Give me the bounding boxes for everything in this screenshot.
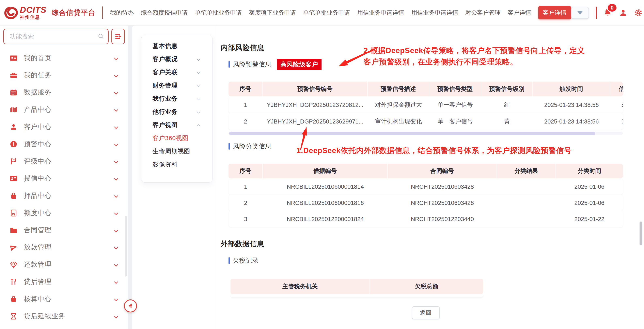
sidebar-item-limit-center[interactable]: 额度中心 [0,204,128,222]
horizontal-scrollbar-thumb[interactable] [229,132,595,135]
user-profile-button[interactable] [619,8,628,17]
sidebar-item-accounting-center[interactable]: 核算中心 [0,290,128,308]
settings-gear-button[interactable] [634,9,642,17]
tab-customer-detail-active[interactable]: 客户详情 [538,6,571,19]
empty-table-body [230,295,483,298]
sidebar-item-loan-continuation[interactable]: 贷后延续业务 [0,308,128,325]
table-row: 2 YJBHYJXH_DGP20250123629971... 审计机构出现变化… [228,113,623,130]
submenu-customer-overview[interactable]: 客户概况 [142,53,212,66]
chevron-down-icon [197,84,200,87]
section-bar [228,61,230,68]
submenu-basic-info[interactable]: 基本信息 [142,39,212,53]
sidebar-item-collateral-center[interactable]: 押品中心 [0,187,128,204]
notifications-button[interactable]: 0 [604,8,612,17]
sidebar-item-rating-center[interactable]: 评级中心 [0,153,128,170]
tab-my-todo[interactable]: 我的待办 [110,9,134,17]
folder-icon [9,226,18,234]
table-header: 序号 借据编号 合同编号 分类结果 分类时间 [228,164,623,178]
sidebar-scrollbar[interactable] [125,216,127,277]
sidebar-item-contract-mgmt[interactable]: 合同管理 [0,222,128,239]
alert-icon [9,140,18,148]
notification-count-badge: 0 [607,3,617,12]
table-header: 主管税务机关 欠税总额 [230,279,483,294]
chevron-down-icon [114,314,118,318]
calendar-icon [9,89,18,96]
chevron-down-icon [114,245,118,249]
section-bar [228,143,230,150]
chevron-down-icon [114,90,118,94]
sidebar-item-warning-center[interactable]: 预警中心 [0,135,128,153]
tab-customer-detail[interactable]: 客户详情 [508,9,531,17]
document-icon [9,209,18,217]
chevron-up-icon [197,124,200,128]
submenu-our-bank-business[interactable]: 我行业务 [142,92,212,105]
table-header: 序号 预警信号编号 预警信号描述 预警信号类型 预警信号级别 触发时间 信号状态 [228,82,623,96]
main-content: 内部风险信息 风险预警信息 高风险级客户 序号 预警信号编号 预警信号描述 预警… [217,25,644,329]
risk-warning-table: 序号 预警信号编号 预警信号描述 预警信号类型 预警信号级别 触发时间 信号状态… [228,82,623,130]
chevron-down-icon [197,97,200,100]
chevron-down-icon [114,125,118,129]
submenu-image-materials[interactable]: 影像资料 [142,158,212,171]
tax-table: 主管税务机关 欠税总额 [230,279,483,298]
risk-warning-subtitle: 风险预警信息 [233,60,272,69]
sidebar-item-customer-center[interactable]: 客户中心 [0,118,128,135]
chevron-down-icon [114,194,118,198]
submenu-lifecycle-view[interactable]: 生命周期视图 [142,145,212,158]
table-row: 1 YJBHYJXH_DGP20250123720812... 对外担保金额过大… [228,97,623,113]
tab-single-batch-2[interactable]: 单笔单批业务申请 [303,9,350,17]
risk-class-subtitle: 风险分类信息 [233,142,272,151]
table-row: 2 NRCBILL2025010600001816 NRCHT202501060… [228,195,623,211]
sidebar-item-my-tasks[interactable]: 我的任务 [0,67,128,84]
chevron-down-icon [114,108,118,112]
sidebar-item-repayment-mgmt[interactable]: 还款管理 [0,256,128,273]
sidebar-item-disbursement-mgmt[interactable]: 放款管理 [0,239,128,256]
tab-credit-apply[interactable]: 综合额度授信申请 [141,9,188,17]
chevron-down-icon [197,110,200,114]
section-title-external-data: 外部数据信息 [220,239,644,249]
section-bar [228,257,230,264]
tab-corp-customer-mgmt[interactable]: 对公客户管理 [465,9,500,17]
chevron-down-icon [114,177,118,181]
chevron-down-icon [197,57,200,61]
tab-under-limit[interactable]: 额度项下业务申请 [249,9,296,17]
sidebar-item-post-loan-mgmt[interactable]: 贷后管理 [0,273,128,290]
high-risk-customer-badge: 高风险级客户 [277,59,322,70]
left-sidebar: 我的首页 我的任务 数据服务 产品中心 客户中心 预警中心 [0,25,128,329]
search-icon [98,33,104,40]
sidebar-collapse-button[interactable] [124,300,137,313]
submenu-other-bank-business[interactable]: 他行业务 [142,105,212,118]
page-vertical-scrollbar[interactable] [640,222,642,245]
bag-icon [9,295,18,303]
top-nav: 我的待办 综合额度授信申请 单笔单批业务申请 额度项下业务申请 单笔单批业务申请… [110,6,571,19]
idcard-icon [9,54,18,62]
submenu-customer-relations[interactable]: 客户关联 [142,66,212,79]
function-search-box[interactable] [3,29,108,44]
sidebar-item-credit-center[interactable]: 授信中心 [0,170,128,187]
submenu-customer-views[interactable]: 客户视图 [142,118,212,132]
chevron-down-icon [577,11,583,14]
brand-name-cn: 神州信息 [20,15,46,20]
header-divider [596,7,596,19]
section-title-internal-risk: 内部风险信息 [220,43,644,52]
tab-loan-detail-2[interactable]: 用信业务申请详情 [411,9,458,17]
submenu-financial-mgmt[interactable]: 财务管理 [142,79,212,92]
sidebar-item-data-services[interactable]: 数据服务 [0,84,128,101]
customer-submenu-panel: 基本信息 客户概况 客户关联 财务管理 我行业务 他行业务 客户 [132,25,217,329]
map-icon [9,106,18,114]
sidebar-item-product-center[interactable]: 产品中心 [0,101,128,118]
tab-single-batch-1[interactable]: 单笔单批业务申请 [195,9,242,17]
tax-subtitle: 欠税记录 [233,256,259,265]
back-button[interactable]: 返回 [412,306,440,319]
tab-loan-detail-1[interactable]: 用信业务申请详情 [357,9,404,17]
menu-collapse-button[interactable] [112,29,125,44]
diamond-icon [9,261,18,269]
search-input[interactable] [10,33,98,40]
submenu-customer-360-view[interactable]: 客户360视图 [142,132,212,145]
chevron-down-icon [114,211,118,215]
hourglass-icon [9,313,18,320]
brand-name-en: DCITS [20,6,46,14]
chevron-down-icon [114,142,118,146]
tab-overflow-dropdown[interactable] [571,7,589,19]
sidebar-item-my-home[interactable]: 我的首页 [0,49,128,67]
chevron-down-icon [114,263,118,267]
